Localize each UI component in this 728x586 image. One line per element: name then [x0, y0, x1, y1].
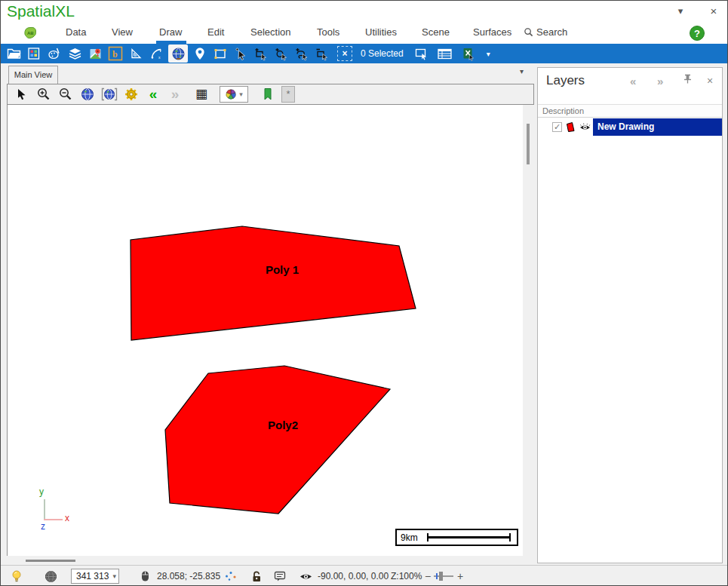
projection-globe-icon[interactable]: [45, 566, 57, 586]
draw-shape-icon[interactable]: [212, 45, 229, 62]
view-rotation-values: -90.00, 0.00, 0.00: [318, 566, 389, 586]
layers-stack-icon[interactable]: [66, 45, 83, 62]
google-maps-icon[interactable]: [87, 45, 103, 62]
snap-points-icon[interactable]: [224, 566, 238, 586]
menu-item-scene[interactable]: Scene: [422, 26, 450, 38]
map-scale-value: 341 313: [76, 571, 109, 581]
collapse-ribbon-icon[interactable]: ▾: [671, 4, 690, 19]
zoom-selection-icon[interactable]: [413, 45, 430, 62]
zoom-window-icon[interactable]: [101, 86, 118, 103]
view-toolbar: « » ▦ ▾ *: [7, 84, 534, 105]
grid-toggle-icon[interactable]: ▦: [193, 86, 210, 103]
menu-item-data[interactable]: Data: [66, 26, 86, 38]
tab-list-chevron-icon[interactable]: ▾: [520, 67, 524, 75]
gallery-icon[interactable]: [26, 45, 42, 62]
bing-maps-icon[interactable]: b: [107, 45, 124, 62]
globe-tool-icon[interactable]: [168, 44, 188, 63]
ruler-triangle-icon[interactable]: [127, 45, 144, 62]
layer-eye-icon[interactable]: [579, 121, 591, 133]
zoom-extents-icon[interactable]: [79, 86, 96, 103]
excel-select-icon[interactable]: [460, 45, 477, 62]
app-title: SpatialXL: [7, 2, 75, 20]
bookmark-icon[interactable]: [260, 86, 276, 103]
zoom-slider-tick: [436, 573, 438, 579]
polygon-label: Poly 1: [266, 263, 299, 276]
map-polygon[interactable]: [131, 226, 416, 340]
settings-gear-icon[interactable]: [123, 86, 140, 103]
menu-item-edit[interactable]: Edit: [207, 26, 224, 38]
zoom-minus-icon[interactable]: −: [425, 566, 431, 586]
pin-panel-icon[interactable]: [683, 73, 693, 87]
menu-bar: AB Data View Draw Edit Selection Tools U…: [1, 23, 727, 44]
vertical-scrollbar-thumb[interactable]: [527, 124, 530, 164]
layers-close-icon[interactable]: ×: [707, 75, 713, 87]
rect-deselect-icon[interactable]: [314, 45, 330, 62]
horizontal-scrollbar-thumb[interactable]: [26, 560, 75, 562]
search-icon: [524, 27, 533, 37]
menu-item-utilities[interactable]: Utilities: [365, 26, 397, 38]
layer-visibility-checkbox[interactable]: ✓: [552, 122, 562, 132]
map-canvas[interactable]: Poly 1Poly2 9km y x z: [7, 105, 523, 556]
zoom-out-icon[interactable]: [57, 86, 74, 103]
rect-select-icon[interactable]: [253, 45, 269, 62]
zoom-slider-track[interactable]: [434, 575, 453, 577]
layer-name[interactable]: New Drawing: [593, 118, 722, 136]
tab-main-view[interactable]: Main View: [8, 66, 58, 84]
view-eye-icon[interactable]: [299, 566, 312, 586]
open-folder-icon[interactable]: [5, 45, 22, 62]
zoom-in-icon[interactable]: [35, 86, 52, 103]
map-scale-chevron-icon: ▾: [112, 569, 116, 583]
map-polygon[interactable]: [165, 366, 390, 514]
menu-item-view[interactable]: View: [112, 26, 133, 38]
previous-view-icon[interactable]: «: [145, 86, 161, 103]
menu-search[interactable]: Search: [524, 26, 567, 38]
selected-count-label: 0 Selected: [361, 48, 404, 59]
next-view-icon[interactable]: »: [167, 86, 183, 103]
horizontal-scrollbar[interactable]: [8, 556, 523, 565]
style-picker-button[interactable]: ▾: [220, 86, 248, 103]
layers-next-icon[interactable]: »: [657, 75, 663, 87]
scale-bar-label: 9km: [401, 532, 418, 543]
pointer-tool-icon[interactable]: [14, 86, 30, 103]
zoom-slider[interactable]: [434, 566, 453, 586]
menu-item-selection[interactable]: Selection: [250, 26, 290, 38]
vertical-scrollbar[interactable]: [523, 106, 533, 556]
layers-column-header: Description: [538, 104, 722, 118]
default-view-button[interactable]: *: [281, 86, 295, 103]
clear-selection-icon[interactable]: ×: [337, 46, 352, 61]
check-icon: ✓: [554, 122, 561, 131]
lasso-select-icon[interactable]: [293, 45, 310, 62]
view-tab-bar: Main View ▾: [7, 64, 534, 84]
layers-panel-title: Layers: [546, 73, 585, 88]
polygon-label: Poly2: [268, 419, 298, 431]
ribbon-toolbar: b x × 0 Selected: [1, 44, 727, 63]
ribbon-more-icon[interactable]: ▾: [487, 50, 490, 58]
zoom-slider-handle[interactable]: [439, 572, 443, 581]
axis-x-line: [44, 519, 63, 520]
map-scale-combo[interactable]: 341 313 ▾: [71, 569, 119, 584]
tips-lightbulb-icon[interactable]: [10, 566, 23, 586]
pick-select-icon[interactable]: [232, 45, 249, 62]
help-button[interactable]: ?: [690, 26, 705, 41]
style-picker-chevron-icon: ▾: [239, 91, 243, 98]
layer-row[interactable]: ✓ New Drawing: [538, 118, 722, 136]
attribute-table-icon[interactable]: [437, 45, 453, 62]
menu-item-surfaces[interactable]: Surfaces: [473, 26, 511, 38]
menu-item-draw[interactable]: Draw: [159, 26, 182, 38]
compass-arc-icon[interactable]: x: [148, 45, 164, 62]
zoom-level-label: Z:100%: [391, 566, 422, 586]
app-logo-icon[interactable]: AB: [22, 25, 38, 44]
layers-prev-icon[interactable]: «: [630, 75, 636, 87]
status-bar: 341 313 ▾ 28.058; -25.835 -90.00, 0.00, …: [1, 565, 727, 586]
mouse-icon: [140, 566, 150, 586]
menu-item-tools[interactable]: Tools: [317, 26, 339, 38]
axis-y-line: [44, 499, 45, 520]
menu-search-label: Search: [536, 26, 567, 38]
circle-select-icon[interactable]: [273, 45, 290, 62]
unlock-icon[interactable]: [250, 566, 263, 586]
comment-icon[interactable]: [274, 566, 286, 586]
zoom-plus-icon[interactable]: +: [457, 566, 463, 586]
palette-icon[interactable]: [46, 45, 63, 62]
close-icon[interactable]: ×: [704, 4, 723, 19]
add-pin-icon[interactable]: [192, 45, 208, 62]
